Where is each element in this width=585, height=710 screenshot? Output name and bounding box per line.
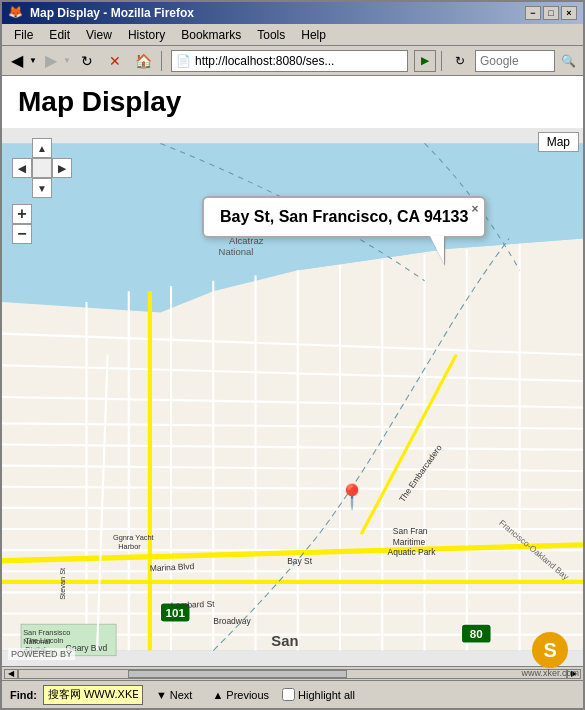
- stop-button[interactable]: ✕: [102, 49, 128, 73]
- browser-window: 🦊 Map Display - Mozilla Firefox − □ × Fi…: [0, 0, 585, 710]
- pan-up-button[interactable]: ▲: [32, 138, 52, 158]
- callout-address: Bay St, San Francisco, CA 94133: [220, 208, 468, 225]
- map-pin: 📍: [337, 483, 367, 511]
- page-icon: 📄: [176, 54, 191, 68]
- maximize-button[interactable]: □: [543, 6, 559, 20]
- svg-text:Ggnra Yacht: Ggnra Yacht: [113, 533, 154, 542]
- find-previous-label: Previous: [226, 689, 269, 701]
- toolbar-sep-2: [441, 51, 442, 71]
- svg-text:San: San: [271, 633, 298, 649]
- powered-by-label: POWERED BY: [8, 648, 75, 660]
- toolbar-sep-1: [161, 51, 162, 71]
- svg-text:Stevan St: Stevan St: [58, 568, 67, 600]
- svg-text:80: 80: [470, 627, 483, 640]
- svg-line-10: [2, 508, 583, 509]
- close-button[interactable]: ×: [561, 6, 577, 20]
- pan-center-button: [32, 158, 52, 178]
- reload-button[interactable]: ↻: [74, 49, 100, 73]
- menu-bookmarks[interactable]: Bookmarks: [173, 26, 249, 44]
- firefox-icon: 🦊: [8, 5, 24, 21]
- address-input[interactable]: [195, 54, 403, 68]
- zoom-in-button[interactable]: +: [12, 204, 32, 224]
- s-logo: S: [532, 632, 568, 668]
- map-container[interactable]: 101 80 Marina Blvd Broadway Bay St Lomba…: [2, 128, 583, 666]
- find-next-button[interactable]: ▼ Next: [149, 686, 200, 704]
- map-callout: × Bay St, San Francisco, CA 94133: [202, 196, 486, 238]
- find-previous-icon: ▲: [212, 689, 223, 701]
- highlight-all-checkbox[interactable]: [282, 688, 295, 701]
- svg-text:Maritime: Maritime: [393, 537, 426, 547]
- back-dropdown[interactable]: ▼: [28, 49, 38, 73]
- scrollbar-thumb[interactable]: [128, 670, 347, 678]
- menu-view[interactable]: View: [78, 26, 120, 44]
- find-next-icon: ▼: [156, 689, 167, 701]
- find-previous-button[interactable]: ▲ Previous: [205, 686, 276, 704]
- svg-text:Aquatic Park: Aquatic Park: [388, 547, 437, 557]
- pan-right-button[interactable]: ▶: [52, 158, 72, 178]
- zoom-out-button[interactable]: −: [12, 224, 32, 244]
- scrollbar-track[interactable]: [18, 669, 567, 679]
- map-type-button[interactable]: Map: [538, 132, 579, 152]
- horizontal-scrollbar[interactable]: ◀ ▶: [2, 666, 583, 680]
- find-label: Find:: [10, 689, 37, 701]
- svg-text:Harbor: Harbor: [118, 542, 141, 551]
- menu-history[interactable]: History: [120, 26, 173, 44]
- address-bar: 📄: [171, 50, 408, 72]
- window-controls: − □ ×: [525, 6, 577, 20]
- go-button[interactable]: ▶: [414, 50, 436, 72]
- page-content: Map Display: [2, 76, 583, 666]
- title-bar: 🦊 Map Display - Mozilla Firefox − □ ×: [2, 2, 583, 24]
- search-bar: 🔍: [475, 49, 579, 73]
- site-label: www.xker.com: [521, 668, 579, 678]
- pan-down-button[interactable]: ▼: [32, 178, 52, 198]
- home-button[interactable]: 🏠: [130, 49, 156, 73]
- page-title: Map Display: [2, 76, 583, 128]
- menu-edit[interactable]: Edit: [41, 26, 78, 44]
- map-controls: ▲ ◀ ▶ ▼ + −: [12, 138, 72, 244]
- scroll-left-button[interactable]: ◀: [4, 669, 18, 679]
- minimize-button[interactable]: −: [525, 6, 541, 20]
- back-button[interactable]: ◀: [6, 49, 28, 73]
- svg-text:National: National: [219, 246, 254, 257]
- find-next-label: Next: [170, 689, 193, 701]
- search-input[interactable]: [475, 50, 555, 72]
- search-refresh[interactable]: ↻: [447, 49, 473, 73]
- menu-bar: File Edit View History Bookmarks Tools H…: [2, 24, 583, 46]
- highlight-all-label: Highlight all: [282, 688, 355, 701]
- find-bar: Find: ▼ Next ▲ Previous Highlight all S …: [2, 680, 583, 708]
- search-go-button[interactable]: 🔍: [557, 49, 579, 73]
- pan-left-button[interactable]: ◀: [12, 158, 32, 178]
- svg-text:San Fran: San Fran: [393, 526, 428, 536]
- forward-button[interactable]: ▶: [40, 49, 62, 73]
- menu-help[interactable]: Help: [293, 26, 334, 44]
- forward-dropdown[interactable]: ▼: [62, 49, 72, 73]
- svg-text:Lombard St: Lombard St: [171, 599, 216, 611]
- window-title: Map Display - Mozilla Firefox: [30, 6, 525, 20]
- highlight-all-text: Highlight all: [298, 689, 355, 701]
- find-input[interactable]: [43, 685, 143, 705]
- toolbar: ◀ ▼ ▶ ▼ ↻ ✕ 🏠 📄 ▶ ↻ 🔍: [2, 46, 583, 76]
- menu-file[interactable]: File: [6, 26, 41, 44]
- callout-close-button[interactable]: ×: [471, 202, 478, 216]
- menu-tools[interactable]: Tools: [249, 26, 293, 44]
